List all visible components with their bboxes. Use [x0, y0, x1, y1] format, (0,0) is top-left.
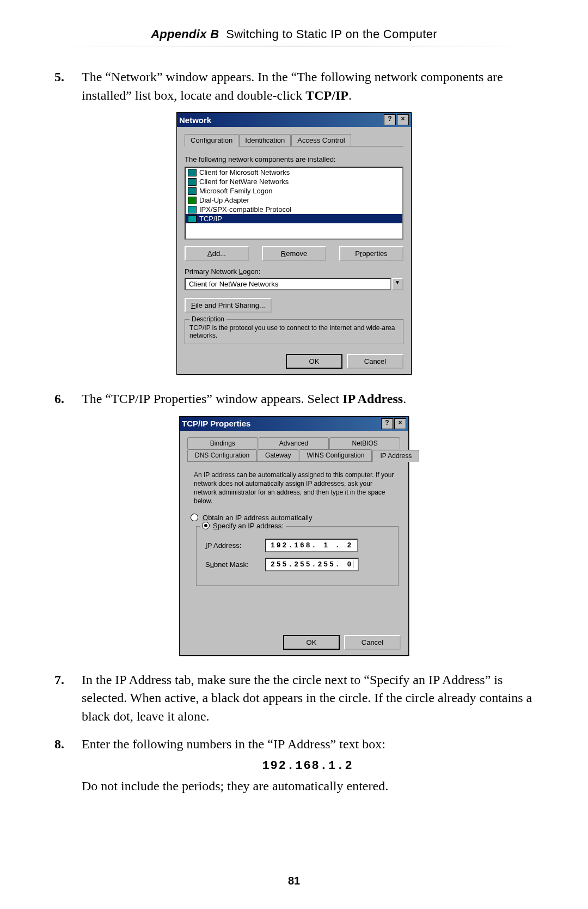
tab-identification[interactable]: Identification	[239, 134, 291, 146]
adapter-icon	[188, 197, 197, 204]
step-number: 7.	[54, 671, 82, 726]
window-title: Network	[179, 115, 383, 125]
dropdown-arrow-icon[interactable]: ▼	[391, 278, 403, 290]
tabstrip: Configuration Identification Access Cont…	[185, 133, 403, 147]
close-button[interactable]: ×	[397, 114, 409, 125]
description-text: TCP/IP is the protocol you use to connec…	[189, 324, 395, 339]
logon-dropdown[interactable]: Client for NetWare Networks ▼	[185, 278, 403, 290]
add-button[interactable]: Add...	[185, 246, 249, 261]
tabstrip: Bindings Advanced NetBIOS DNS Configurat…	[187, 437, 401, 462]
radio-obtain-auto[interactable]: Obtain an IP address automatically	[191, 514, 397, 522]
tab-access-control[interactable]: Access Control	[291, 134, 351, 146]
header-rule	[54, 46, 534, 46]
step-8: 8. Enter the following numbers in the “I…	[54, 735, 534, 795]
list-item[interactable]: Client for Microsoft Networks	[186, 168, 402, 177]
components-label: The following network components are ins…	[185, 155, 403, 163]
tab-netbios[interactable]: NetBIOS	[329, 437, 400, 449]
tab-wins[interactable]: WINS Configuration	[299, 449, 372, 461]
client-icon	[188, 187, 197, 195]
step-body: The “TCP/IP Properties” window appears. …	[82, 390, 534, 408]
logon-label: Primary Network Logon:	[185, 267, 403, 276]
specify-fieldset: Specify an IP address: IP Address: 192.1…	[196, 526, 399, 586]
tab-advanced[interactable]: Advanced	[259, 437, 329, 449]
subnet-mask-field: Subnet Mask: 255.255.255. 0	[205, 558, 389, 571]
network-dialog: Network ? × Configuration Identification…	[176, 112, 412, 375]
step-body: In the IP Address tab, make sure the the…	[82, 671, 534, 726]
step-body: The “Network” window appears. In the “Th…	[82, 68, 534, 105]
page-title: Switching to Static IP on the Computer	[226, 27, 437, 41]
tab-dns[interactable]: DNS Configuration	[187, 449, 257, 461]
cancel-button[interactable]: Cancel	[347, 354, 403, 369]
radio-specify[interactable]: Specify an IP address:	[200, 522, 286, 530]
ip-description: An IP address can be automatically assig…	[187, 462, 401, 509]
tab-gateway[interactable]: Gateway	[258, 449, 298, 461]
list-item[interactable]: IPX/SPX-compatible Protocol	[186, 205, 402, 214]
step-5: 5. The “Network” window appears. In the …	[54, 68, 534, 105]
radio-icon	[202, 522, 210, 529]
ok-button[interactable]: OK	[286, 354, 342, 369]
client-icon	[188, 178, 197, 186]
help-button[interactable]: ?	[381, 418, 393, 429]
help-button[interactable]: ?	[384, 114, 396, 125]
properties-button[interactable]: Properties	[339, 246, 403, 261]
step-6: 6. The “TCP/IP Properties” window appear…	[54, 390, 534, 408]
radio-icon	[191, 514, 198, 521]
appendix-label: Appendix B	[151, 27, 219, 41]
ip-code: 192.168.1.2	[262, 759, 353, 773]
page-number: 81	[0, 875, 588, 887]
titlebar[interactable]: TCP/IP Properties ? ×	[180, 417, 408, 431]
tcpip-properties-dialog: TCP/IP Properties ? × Bindings Advanced …	[179, 416, 409, 656]
description-group: Description TCP/IP is the protocol you u…	[185, 319, 403, 344]
file-print-sharing-button[interactable]: File and Print Sharing...	[185, 298, 272, 313]
titlebar[interactable]: Network ? ×	[177, 113, 411, 127]
tab-bindings[interactable]: Bindings	[187, 437, 258, 449]
window-title: TCP/IP Properties	[182, 419, 380, 428]
page-header: Appendix B Switching to Static IP on the…	[54, 27, 534, 41]
document-page: Appendix B Switching to Static IP on the…	[0, 0, 588, 909]
ip-address-input[interactable]: 192.168. 1 . 2	[265, 539, 358, 552]
subnet-mask-input[interactable]: 255.255.255. 0	[265, 558, 359, 571]
list-item-selected[interactable]: TCP/IP	[186, 214, 402, 223]
components-listbox[interactable]: Client for Microsoft Networks Client for…	[185, 167, 403, 240]
field-label: Subnet Mask:	[205, 560, 265, 569]
client-icon	[188, 169, 197, 176]
list-item[interactable]: Microsoft Family Logon	[186, 186, 402, 196]
step-number: 8.	[54, 735, 82, 795]
remove-button[interactable]: Remove	[262, 246, 326, 261]
ip-address-field: IP Address: 192.168. 1 . 2	[205, 539, 389, 552]
field-label: IP Address:	[205, 541, 265, 550]
group-label: Description	[189, 315, 226, 323]
step-number: 5.	[54, 68, 82, 105]
tab-configuration[interactable]: Configuration	[185, 134, 238, 147]
list-item[interactable]: Client for NetWare Networks	[186, 177, 402, 186]
ok-button[interactable]: OK	[283, 635, 340, 650]
step-body: Enter the following numbers in the “IP A…	[82, 735, 534, 795]
cancel-button[interactable]: Cancel	[344, 635, 401, 650]
step-number: 6.	[54, 390, 82, 408]
logon-value: Client for NetWare Networks	[185, 278, 391, 290]
step-7: 7. In the IP Address tab, make sure the …	[54, 671, 534, 726]
protocol-icon	[188, 215, 197, 223]
list-item[interactable]: Dial-Up Adapter	[186, 196, 402, 205]
protocol-icon	[188, 206, 197, 213]
close-button[interactable]: ×	[394, 418, 406, 429]
tab-ip-address[interactable]: IP Address	[372, 450, 419, 462]
